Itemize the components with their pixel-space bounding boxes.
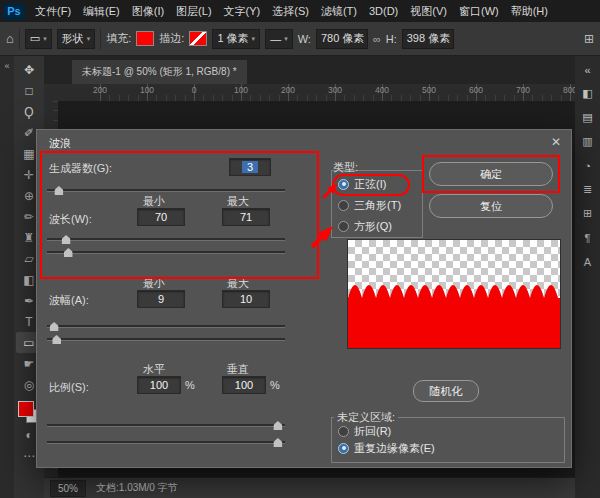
slider-thumb[interactable] xyxy=(50,322,59,331)
max-header: 最大 xyxy=(227,194,249,209)
wavelength-max-input[interactable]: 71 xyxy=(222,208,270,226)
right-panel-dock: «◧▤▥◔≣⊞¶A xyxy=(575,56,600,498)
ruler-tick-label: 600 xyxy=(469,85,483,95)
menu-item[interactable]: 文字(Y) xyxy=(218,0,267,22)
ruler-tick-label: 200 xyxy=(281,85,295,95)
radio-wrap-around[interactable]: 折回(R) xyxy=(338,424,435,438)
paragraph-panel-icon[interactable]: ¶ xyxy=(579,230,597,245)
radio-label: 三角形(T) xyxy=(354,198,401,213)
radio-square[interactable]: 方形(Q) xyxy=(338,219,401,233)
home-icon[interactable]: ⌂ xyxy=(6,31,14,46)
right-panel-icons: «◧▤▥◔≣⊞¶A xyxy=(579,62,597,269)
menu-item[interactable]: 图像(I) xyxy=(126,0,170,22)
ruler-corner xyxy=(44,84,58,102)
character-panel-icon[interactable]: A xyxy=(579,254,597,269)
chevron-down-icon: ▾ xyxy=(87,35,91,43)
scale-horizontal-slider[interactable] xyxy=(47,419,285,431)
menu-item[interactable]: 图层(L) xyxy=(170,0,217,22)
collapse-dock-icon[interactable]: « xyxy=(4,61,9,71)
amplitude-max-slider[interactable] xyxy=(47,333,285,345)
ruler-tick-label: 200 xyxy=(93,85,107,95)
menu-items: 文件(F)编辑(E)图像(I)图层(L)文字(Y)选择(S)滤镜(T)3D(D)… xyxy=(29,0,554,22)
slider-thumb[interactable] xyxy=(52,335,61,344)
slider-thumb[interactable] xyxy=(273,438,282,447)
wavelength-max-slider[interactable] xyxy=(47,246,285,258)
randomize-button[interactable]: 随机化 xyxy=(413,380,479,402)
width-value: 780 像素 xyxy=(321,31,364,46)
generators-input[interactable]: 3 xyxy=(229,158,271,176)
wavelength-min-slider[interactable] xyxy=(47,233,285,245)
slider-thumb[interactable] xyxy=(62,235,71,244)
height-input[interactable]: 398 像素 xyxy=(402,29,454,49)
wavelength-min-input[interactable]: 70 xyxy=(137,208,185,226)
stroke-color-swatch[interactable] xyxy=(189,31,207,46)
zoom-level-field[interactable]: 50% xyxy=(50,480,86,497)
ruler-tick-label: 100 xyxy=(234,85,248,95)
generators-slider[interactable] xyxy=(47,184,285,196)
document-info: 文档:1.03M/0 字节 xyxy=(96,481,178,495)
amplitude-min-slider[interactable] xyxy=(47,320,285,332)
tool-mode-select[interactable]: 形状 ▾ xyxy=(57,29,96,49)
menu-item[interactable]: 编辑(E) xyxy=(77,0,126,22)
swatches-panel-icon[interactable]: ▤ xyxy=(579,110,597,125)
menu-item[interactable]: 文件(F) xyxy=(29,0,77,22)
menu-item[interactable]: 选择(S) xyxy=(266,0,315,22)
move-tool[interactable]: ✥ xyxy=(16,59,42,80)
percent-label: % xyxy=(185,379,195,391)
radio-dot-icon xyxy=(338,443,349,454)
ok-button[interactable]: 确定 xyxy=(429,162,553,186)
type-options: 正弦(I)三角形(T)方形(Q) xyxy=(338,177,401,233)
slider-thumb[interactable] xyxy=(273,421,282,430)
horizontal-header: 水平 xyxy=(143,362,165,377)
layers-panel-icon[interactable]: ≣ xyxy=(579,182,597,197)
lasso-tool[interactable]: Ϙ xyxy=(16,101,42,122)
document-tab[interactable]: 未标题-1 @ 50% (矩形 1, RGB/8) * xyxy=(72,60,247,84)
radio-repeat-edge-pixels[interactable]: 重复边缘像素(E) xyxy=(338,441,435,455)
radio-sine[interactable]: 正弦(I) xyxy=(338,177,401,191)
menu-item[interactable]: 窗口(W) xyxy=(453,0,505,22)
chevron-down-icon: ▾ xyxy=(284,35,288,43)
ruler-tick-label: 400 xyxy=(375,85,389,95)
scale-horizontal-input[interactable]: 100 xyxy=(137,376,181,394)
tool-preset-dropdown[interactable]: ▭ ▾ xyxy=(25,29,52,49)
menu-item[interactable]: 3D(D) xyxy=(363,0,404,22)
foreground-color-swatch[interactable] xyxy=(18,401,34,417)
collapse-panels-icon[interactable]: « xyxy=(579,62,597,77)
amplitude-max-input[interactable]: 10 xyxy=(222,290,270,308)
workspace-switcher-icon[interactable]: ⊞ xyxy=(584,32,594,46)
menu-item[interactable]: 滤镜(T) xyxy=(315,0,363,22)
tool-mode-value: 形状 xyxy=(62,31,84,46)
slider-track xyxy=(47,441,285,444)
scale-vertical-slider[interactable] xyxy=(47,436,285,448)
reset-button[interactable]: 复位 xyxy=(429,194,553,218)
link-dimensions-icon[interactable]: ∞ xyxy=(373,33,381,45)
options-bar: ⌂ ▭ ▾ 形状 ▾ 填充: 描边: 1 像素 ▾ — ▾ W: 780 像素 … xyxy=(0,22,600,56)
ruler-tick-label: 0 xyxy=(192,85,197,95)
radio-triangle[interactable]: 三角形(T) xyxy=(338,198,401,212)
channels-panel-icon[interactable]: ⊞ xyxy=(579,206,597,221)
width-input[interactable]: 780 像素 xyxy=(316,29,368,49)
radio-label: 正弦(I) xyxy=(354,177,386,192)
marquee-tool[interactable]: □ xyxy=(16,80,42,101)
libraries-panel-icon[interactable]: ▥ xyxy=(579,134,597,149)
slider-thumb[interactable] xyxy=(64,248,73,257)
close-icon[interactable]: ✕ xyxy=(551,135,561,149)
stroke-style-select[interactable]: — ▾ xyxy=(265,29,293,49)
adjustments-panel-icon[interactable]: ◔ xyxy=(579,158,597,173)
tool-preset-icon: ▭ xyxy=(30,32,40,45)
stroke-width-input[interactable]: 1 像素 ▾ xyxy=(212,29,260,49)
menu-item[interactable]: 视图(V) xyxy=(404,0,453,22)
slider-thumb[interactable] xyxy=(54,186,63,195)
color-panel-icon[interactable]: ◧ xyxy=(579,86,597,101)
fill-color-swatch[interactable] xyxy=(136,31,154,46)
amplitude-min-input[interactable]: 9 xyxy=(137,290,185,308)
chevron-down-icon: ▾ xyxy=(43,35,47,43)
dialog-title: 波浪 xyxy=(49,136,71,151)
ruler-tick-label: 700 xyxy=(516,85,530,95)
menu-item[interactable]: 帮助(H) xyxy=(505,0,554,22)
ruler-tick-label: 300 xyxy=(328,85,342,95)
height-value: 398 像素 xyxy=(407,31,450,46)
radio-label: 折回(R) xyxy=(354,424,391,439)
height-label: H: xyxy=(386,33,397,45)
scale-vertical-input[interactable]: 100 xyxy=(222,376,266,394)
